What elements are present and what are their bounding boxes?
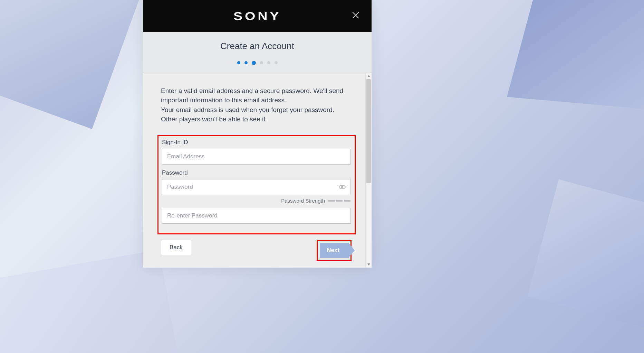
scroll-down-button[interactable]: [366, 261, 372, 268]
svg-marker-4: [367, 75, 370, 77]
reenter-password-field[interactable]: [162, 208, 350, 224]
form-fields-highlight: Sign-In ID Password Password Strength: [157, 135, 356, 234]
svg-point-2: [339, 185, 345, 189]
email-field[interactable]: [162, 149, 350, 165]
scroll-area: Enter a valid email address and a secure…: [143, 73, 372, 268]
instructions: Enter a valid email address and a secure…: [161, 86, 347, 124]
page-title: Create an Account: [143, 41, 372, 52]
svg-point-3: [342, 186, 343, 188]
step-dot: [275, 61, 278, 64]
password-label: Password: [162, 169, 350, 176]
next-button-highlight: Next: [317, 240, 352, 261]
step-dot: [260, 61, 263, 64]
password-group: Password Password Strength: [162, 169, 350, 224]
signin-id-group: Sign-In ID: [162, 139, 350, 165]
close-icon: [351, 11, 360, 20]
step-dot: [252, 61, 256, 65]
instruction-line: Your email address is used when you forg…: [161, 105, 347, 124]
brand-logo: SONY: [233, 9, 281, 23]
password-strength-row: Password Strength: [162, 198, 350, 204]
password-strength-meter: [328, 200, 350, 202]
scrollbar[interactable]: [365, 73, 372, 268]
close-button[interactable]: [348, 8, 363, 23]
signin-id-label: Sign-In ID: [162, 139, 350, 146]
chevron-up-icon: [367, 74, 371, 78]
scroll-up-button[interactable]: [366, 73, 372, 79]
back-button[interactable]: Back: [161, 240, 191, 255]
toggle-password-visibility-button[interactable]: [338, 183, 346, 191]
chevron-down-icon: [367, 263, 371, 266]
modal-header: SONY: [143, 0, 372, 32]
scroll-thumb[interactable]: [366, 79, 371, 183]
title-area: Create an Account: [143, 32, 372, 73]
form-content: Enter a valid email address and a secure…: [143, 73, 365, 268]
svg-marker-5: [367, 263, 370, 266]
step-dot: [237, 61, 240, 64]
step-dot: [267, 61, 270, 64]
eye-icon: [338, 183, 346, 191]
progress-stepper: [143, 52, 372, 73]
password-field[interactable]: [162, 179, 350, 195]
step-dot: [244, 61, 248, 64]
instruction-line: Enter a valid email address and a secure…: [161, 86, 347, 105]
password-strength-label: Password Strength: [281, 198, 325, 204]
nav-row: Back Next: [161, 240, 352, 261]
next-button[interactable]: Next: [320, 243, 348, 258]
create-account-modal: SONY Create an Account Enter a valid ema…: [143, 0, 372, 268]
